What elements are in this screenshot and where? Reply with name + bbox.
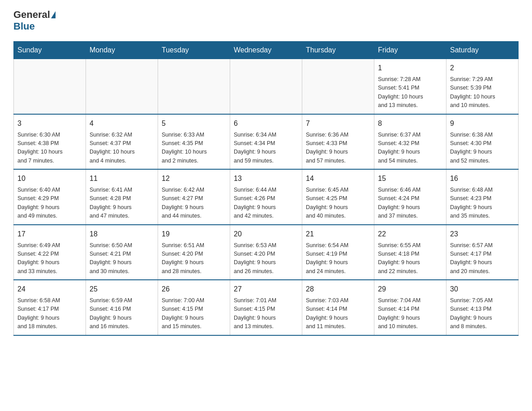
day-number: 1: [378, 63, 442, 73]
weekday-header-row: SundayMondayTuesdayWednesdayThursdayFrid…: [14, 42, 519, 59]
day-info: Sunrise: 6:36 AMSunset: 4:33 PMDaylight:…: [306, 131, 370, 166]
day-number: 7: [306, 118, 370, 129]
day-info: Sunrise: 6:55 AMSunset: 4:18 PMDaylight:…: [378, 241, 442, 276]
calendar-cell: 22Sunrise: 6:55 AMSunset: 4:18 PMDayligh…: [374, 225, 446, 280]
calendar-cell: 29Sunrise: 7:04 AMSunset: 4:14 PMDayligh…: [374, 280, 446, 335]
day-number: 30: [450, 284, 515, 295]
calendar-week-4: 17Sunrise: 6:49 AMSunset: 4:22 PMDayligh…: [14, 225, 519, 280]
calendar-cell: [14, 59, 86, 114]
calendar-cell: 8Sunrise: 6:37 AMSunset: 4:32 PMDaylight…: [374, 114, 446, 170]
calendar-cell: 24Sunrise: 6:58 AMSunset: 4:17 PMDayligh…: [14, 280, 86, 335]
day-info: Sunrise: 6:32 AMSunset: 4:37 PMDaylight:…: [90, 131, 154, 166]
day-info: Sunrise: 6:41 AMSunset: 4:28 PMDaylight:…: [90, 186, 154, 221]
day-info: Sunrise: 6:30 AMSunset: 4:38 PMDaylight:…: [17, 131, 82, 166]
day-number: 19: [162, 229, 226, 240]
calendar-cell: 2Sunrise: 7:29 AMSunset: 5:39 PMDaylight…: [446, 59, 519, 114]
calendar-cell: 4Sunrise: 6:32 AMSunset: 4:37 PMDaylight…: [86, 114, 158, 170]
day-number: 5: [162, 118, 226, 129]
calendar-week-5: 24Sunrise: 6:58 AMSunset: 4:17 PMDayligh…: [14, 280, 519, 335]
day-info: Sunrise: 6:44 AMSunset: 4:26 PMDaylight:…: [234, 186, 298, 221]
calendar-cell: 17Sunrise: 6:49 AMSunset: 4:22 PMDayligh…: [14, 225, 86, 280]
calendar-cell: 23Sunrise: 6:57 AMSunset: 4:17 PMDayligh…: [446, 225, 519, 280]
calendar-table: SundayMondayTuesdayWednesdayThursdayFrid…: [13, 41, 519, 336]
calendar-cell: 3Sunrise: 6:30 AMSunset: 4:38 PMDaylight…: [14, 114, 86, 170]
day-number: 29: [378, 284, 442, 295]
weekday-header-tuesday: Tuesday: [158, 42, 230, 59]
calendar-cell: 27Sunrise: 7:01 AMSunset: 4:15 PMDayligh…: [230, 280, 302, 335]
logo-blue-text: Blue: [13, 21, 35, 32]
day-info: Sunrise: 6:46 AMSunset: 4:24 PMDaylight:…: [378, 186, 442, 221]
day-number: 3: [17, 118, 82, 129]
day-number: 16: [450, 173, 515, 184]
calendar-cell: [86, 59, 158, 114]
day-info: Sunrise: 6:58 AMSunset: 4:17 PMDaylight:…: [17, 296, 82, 331]
day-info: Sunrise: 6:38 AMSunset: 4:30 PMDaylight:…: [450, 131, 515, 166]
calendar-cell: 11Sunrise: 6:41 AMSunset: 4:28 PMDayligh…: [86, 169, 158, 225]
calendar-cell: 20Sunrise: 6:53 AMSunset: 4:20 PMDayligh…: [230, 225, 302, 280]
calendar-cell: [230, 59, 302, 114]
day-number: 17: [17, 229, 82, 240]
calendar-body: 1Sunrise: 7:28 AMSunset: 5:41 PMDaylight…: [14, 59, 519, 335]
calendar-cell: 18Sunrise: 6:50 AMSunset: 4:21 PMDayligh…: [86, 225, 158, 280]
calendar-cell: 25Sunrise: 6:59 AMSunset: 4:16 PMDayligh…: [86, 280, 158, 335]
weekday-header-thursday: Thursday: [302, 42, 374, 59]
day-info: Sunrise: 6:59 AMSunset: 4:16 PMDaylight:…: [90, 296, 154, 331]
logo-general-text: General: [13, 9, 50, 21]
day-number: 18: [90, 229, 154, 240]
weekday-header-saturday: Saturday: [446, 42, 519, 59]
weekday-header-friday: Friday: [374, 42, 446, 59]
day-info: Sunrise: 7:03 AMSunset: 4:14 PMDaylight:…: [306, 296, 370, 331]
day-number: 23: [450, 229, 515, 240]
logo-triangle-icon: [51, 11, 56, 18]
day-number: 10: [17, 173, 82, 184]
day-number: 2: [450, 63, 515, 73]
calendar-cell: 28Sunrise: 7:03 AMSunset: 4:14 PMDayligh…: [302, 280, 374, 335]
calendar-week-1: 1Sunrise: 7:28 AMSunset: 5:41 PMDaylight…: [14, 59, 519, 114]
day-info: Sunrise: 6:49 AMSunset: 4:22 PMDaylight:…: [17, 241, 82, 276]
logo: General Blue: [13, 9, 56, 32]
calendar-week-2: 3Sunrise: 6:30 AMSunset: 4:38 PMDaylight…: [14, 114, 519, 170]
day-number: 9: [450, 118, 515, 129]
day-number: 6: [234, 118, 298, 129]
day-info: Sunrise: 6:34 AMSunset: 4:34 PMDaylight:…: [234, 131, 298, 166]
weekday-header-monday: Monday: [86, 42, 158, 59]
calendar-cell: 1Sunrise: 7:28 AMSunset: 5:41 PMDaylight…: [374, 59, 446, 114]
day-info: Sunrise: 6:45 AMSunset: 4:25 PMDaylight:…: [306, 186, 370, 221]
day-info: Sunrise: 7:04 AMSunset: 4:14 PMDaylight:…: [378, 296, 442, 331]
day-number: 4: [90, 118, 154, 129]
day-number: 21: [306, 229, 370, 240]
day-number: 28: [306, 284, 370, 295]
calendar-cell: [302, 59, 374, 114]
day-info: Sunrise: 6:57 AMSunset: 4:17 PMDaylight:…: [450, 241, 515, 276]
day-info: Sunrise: 6:51 AMSunset: 4:20 PMDaylight:…: [162, 241, 226, 276]
day-info: Sunrise: 6:48 AMSunset: 4:23 PMDaylight:…: [450, 186, 515, 221]
calendar-cell: 21Sunrise: 6:54 AMSunset: 4:19 PMDayligh…: [302, 225, 374, 280]
day-info: Sunrise: 6:50 AMSunset: 4:21 PMDaylight:…: [90, 241, 154, 276]
day-info: Sunrise: 6:37 AMSunset: 4:32 PMDaylight:…: [378, 131, 442, 166]
day-info: Sunrise: 6:42 AMSunset: 4:27 PMDaylight:…: [162, 186, 226, 221]
day-number: 24: [17, 284, 82, 295]
day-info: Sunrise: 7:00 AMSunset: 4:15 PMDaylight:…: [162, 296, 226, 331]
day-info: Sunrise: 7:29 AMSunset: 5:39 PMDaylight:…: [450, 75, 515, 110]
calendar-cell: 13Sunrise: 6:44 AMSunset: 4:26 PMDayligh…: [230, 169, 302, 225]
day-info: Sunrise: 6:40 AMSunset: 4:29 PMDaylight:…: [17, 186, 82, 221]
calendar-cell: 6Sunrise: 6:34 AMSunset: 4:34 PMDaylight…: [230, 114, 302, 170]
day-number: 8: [378, 118, 442, 129]
page-header: General Blue: [13, 9, 519, 32]
calendar-week-3: 10Sunrise: 6:40 AMSunset: 4:29 PMDayligh…: [14, 169, 519, 225]
calendar-cell: 14Sunrise: 6:45 AMSunset: 4:25 PMDayligh…: [302, 169, 374, 225]
calendar-cell: 16Sunrise: 6:48 AMSunset: 4:23 PMDayligh…: [446, 169, 519, 225]
day-info: Sunrise: 7:28 AMSunset: 5:41 PMDaylight:…: [378, 75, 442, 110]
weekday-header-wednesday: Wednesday: [230, 42, 302, 59]
day-number: 12: [162, 173, 226, 184]
day-number: 15: [378, 173, 442, 184]
day-info: Sunrise: 7:01 AMSunset: 4:15 PMDaylight:…: [234, 296, 298, 331]
calendar-cell: 5Sunrise: 6:33 AMSunset: 4:35 PMDaylight…: [158, 114, 230, 170]
calendar-cell: 15Sunrise: 6:46 AMSunset: 4:24 PMDayligh…: [374, 169, 446, 225]
day-number: 27: [234, 284, 298, 295]
day-number: 22: [378, 229, 442, 240]
calendar-cell: 10Sunrise: 6:40 AMSunset: 4:29 PMDayligh…: [14, 169, 86, 225]
day-number: 20: [234, 229, 298, 240]
day-number: 14: [306, 173, 370, 184]
day-number: 25: [90, 284, 154, 295]
